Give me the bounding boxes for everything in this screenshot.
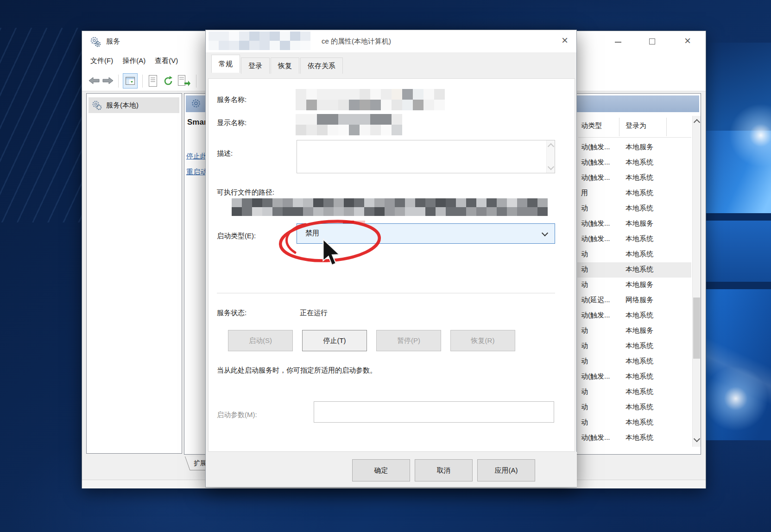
footer-button-2[interactable]: 应用(A) <box>477 459 535 481</box>
export-list-icon[interactable] <box>177 75 190 87</box>
description-label: 描述: <box>217 149 233 158</box>
startup-params-input[interactable] <box>314 401 554 423</box>
censored-pixel <box>259 41 270 50</box>
maximize-button[interactable] <box>636 31 669 52</box>
startup-type-label: 启动类型(E): <box>217 232 256 241</box>
scrollbar-thumb[interactable] <box>693 298 700 359</box>
censored-pixel <box>395 207 405 216</box>
censored-pixel <box>262 198 272 207</box>
service-button-3[interactable]: 恢复(R) <box>450 330 515 351</box>
censored-pixel <box>360 89 370 100</box>
service-button-1[interactable]: 停止(T) <box>302 330 367 351</box>
scroll-up-icon[interactable] <box>694 119 700 126</box>
list-scrollbar[interactable] <box>692 116 701 447</box>
censored-pixel <box>456 198 466 207</box>
glass-gap-1 <box>706 213 771 221</box>
dialog-tab-0[interactable]: 常规 <box>211 55 240 73</box>
censored-pixel <box>497 198 507 207</box>
column-header-startup-type[interactable]: 动类型 <box>581 121 602 130</box>
row-log-on-as: 本地系统 <box>626 189 653 197</box>
censored-pixel <box>252 207 262 216</box>
tree-item-services-local[interactable]: 服务(本地) <box>88 97 179 113</box>
service-status-value: 正在运行 <box>300 309 328 317</box>
dialog-tab-2[interactable]: 恢复 <box>271 57 299 74</box>
censored-pixel <box>317 114 328 125</box>
censored-pixel <box>239 32 249 41</box>
footer-button-0[interactable]: 确定 <box>352 459 410 481</box>
censored-pixel <box>507 207 517 216</box>
censored-pixel <box>338 125 349 135</box>
row-startup-type: 动(触发... <box>581 234 610 243</box>
censored-service-name <box>296 89 445 110</box>
screenshot-stage: 服务 × 文件(F)操作(A)查看(V) <box>0 0 771 532</box>
censored-pixel <box>283 198 293 207</box>
censored-pixel <box>296 100 306 110</box>
censored-pixel <box>249 41 259 50</box>
service-button-0[interactable]: 启动(S) <box>228 330 293 351</box>
censored-pixel <box>415 198 425 207</box>
toolbar-separator <box>142 75 143 88</box>
back-icon[interactable] <box>88 76 100 85</box>
censored-pixel <box>306 125 317 135</box>
censored-pixel <box>402 89 413 100</box>
row-log-on-as: 本地系统 <box>626 387 653 396</box>
censored-pixel <box>537 198 548 207</box>
console-tree-icon <box>126 77 135 85</box>
row-startup-type: 动 <box>581 342 588 350</box>
properties-doc-icon[interactable] <box>148 75 158 87</box>
column-header-log-on-as[interactable]: 登录为 <box>626 121 646 130</box>
dialog-titlebar[interactable]: ce 的属性(本地计算机) × <box>206 30 576 52</box>
row-log-on-as: 本地系统 <box>626 234 653 243</box>
scroll-down-icon[interactable] <box>548 164 554 170</box>
censored-pixel <box>413 89 423 100</box>
menu-item-0[interactable]: 文件(F) <box>86 52 118 70</box>
show-console-tree-button[interactable] <box>123 73 138 89</box>
service-status-label: 服务状态: <box>217 309 246 317</box>
censored-pixel <box>476 198 487 207</box>
row-log-on-as: 本地系统 <box>626 418 653 427</box>
row-startup-type: 动(触发... <box>581 173 610 182</box>
dialog-title: ce 的属性(本地计算机) <box>322 37 391 46</box>
dialog-tab-3[interactable]: 依存关系 <box>300 57 343 74</box>
menu-item-2[interactable]: 查看(V) <box>150 52 183 70</box>
censored-pixel <box>381 100 392 110</box>
minimize-button[interactable] <box>602 31 634 52</box>
row-log-on-as: 本地系统 <box>626 357 653 366</box>
services-app-icon <box>89 36 101 48</box>
menu-item-1[interactable]: 操作(A) <box>118 52 150 70</box>
column-separator[interactable] <box>666 118 667 136</box>
censored-pixel <box>349 89 360 100</box>
close-button[interactable]: × <box>671 31 704 52</box>
censored-pixel <box>306 100 317 110</box>
dialog-close-button[interactable]: × <box>553 30 576 52</box>
dialog-tab-1[interactable]: 登录 <box>241 57 270 74</box>
scroll-down-icon[interactable] <box>694 436 700 442</box>
row-log-on-as: 本地服务 <box>626 280 653 289</box>
refresh-icon[interactable] <box>163 76 174 87</box>
censored-pixel <box>328 125 338 135</box>
description-textarea[interactable] <box>297 140 555 173</box>
scroll-up-icon[interactable] <box>548 143 554 150</box>
row-startup-type: 动 <box>581 204 588 213</box>
censored-pixel <box>290 41 300 50</box>
row-startup-type: 动 <box>581 280 588 289</box>
forward-icon[interactable] <box>102 76 114 85</box>
censored-pixel <box>425 198 436 207</box>
censored-pixel <box>280 32 290 41</box>
dropdown-chevron-icon[interactable] <box>542 230 548 236</box>
row-startup-type: 动 <box>581 403 588 412</box>
censored-pixel <box>466 198 476 207</box>
textarea-scrollbar[interactable] <box>546 140 555 173</box>
column-separator[interactable] <box>619 118 619 136</box>
band-gear-icon <box>190 98 202 110</box>
censored-pixel <box>296 114 306 125</box>
censored-pixel <box>303 198 313 207</box>
censored-pixel <box>328 89 338 100</box>
service-button-2[interactable]: 暂停(P) <box>376 330 441 351</box>
footer-button-1[interactable]: 取消 <box>415 459 473 481</box>
censored-pixel <box>242 207 252 216</box>
censored-pixel <box>300 32 310 41</box>
row-log-on-as: 本地系统 <box>626 173 653 182</box>
dialog-tabstrip: 常规登录恢复依存关系 <box>211 52 573 78</box>
censored-pixel <box>497 207 507 216</box>
